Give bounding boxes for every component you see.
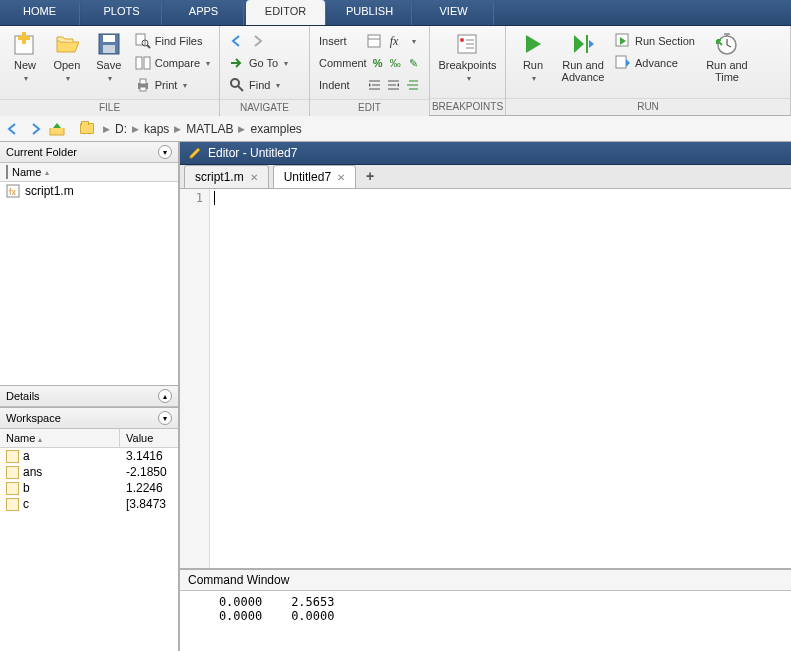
expand-icon[interactable]: ▴ <box>158 389 172 403</box>
group-label-edit: EDIT <box>310 99 429 116</box>
command-window-header: Command Window <box>180 568 791 591</box>
smart-indent-icon[interactable] <box>405 77 420 93</box>
chevron-right-icon[interactable]: ▶ <box>129 124 142 134</box>
wrap-comment-icon[interactable]: ✎ <box>406 55 420 71</box>
editor-tab[interactable]: Untitled7 ✕ <box>273 165 356 188</box>
run-advance-button[interactable]: Run and Advance <box>557 29 609 86</box>
search-icon <box>229 77 245 93</box>
forward-nav-icon[interactable] <box>26 120 44 138</box>
svg-rect-2 <box>18 36 30 40</box>
svg-rect-6 <box>136 34 145 45</box>
workspace-row[interactable]: a 3.1416 <box>0 448 178 464</box>
panel-title: Workspace <box>6 412 61 424</box>
workspace-header: Workspace ▾ <box>0 407 178 429</box>
find-button[interactable]: Find <box>225 74 304 96</box>
forward-icon <box>249 33 265 49</box>
editor-pencil-icon <box>188 146 202 160</box>
advance-icon <box>615 55 631 71</box>
folder-icon[interactable] <box>78 120 96 138</box>
panel-title: Current Folder <box>6 146 77 158</box>
editor-tab[interactable]: script1.m ✕ <box>184 165 269 188</box>
open-button[interactable]: Open <box>47 29 87 86</box>
comment-icon[interactable]: % <box>371 55 385 71</box>
ws-name-column[interactable]: Name ▴ <box>0 429 120 447</box>
crumb-2[interactable]: MATLAB <box>186 122 233 136</box>
crumb-3[interactable]: examples <box>250 122 301 136</box>
find-files-button[interactable]: Find Files <box>131 30 214 52</box>
file-name: script1.m <box>25 184 74 198</box>
tab-apps[interactable]: APPS <box>164 0 244 25</box>
advance-button[interactable]: Advance <box>611 52 699 74</box>
svg-point-28 <box>460 38 464 42</box>
svg-text:fx: fx <box>9 187 17 197</box>
insert-dropdown[interactable] <box>405 33 420 49</box>
new-button[interactable]: New <box>5 29 45 86</box>
ws-value-column[interactable]: Value <box>120 429 178 447</box>
crumb-1[interactable]: kaps <box>144 122 169 136</box>
close-icon[interactable]: ✕ <box>337 172 345 183</box>
print-button[interactable]: Print <box>131 74 214 96</box>
group-label-breakpoints: BREAKPOINTS <box>430 98 505 115</box>
crumb-drive[interactable]: D: <box>115 122 127 136</box>
mfile-icon: fx <box>6 184 20 198</box>
code-area[interactable] <box>210 189 791 568</box>
editor-tabs: script1.m ✕ Untitled7 ✕ + <box>180 165 791 189</box>
panel-menu-icon[interactable]: ▾ <box>158 411 172 425</box>
indent-icon[interactable] <box>368 77 383 93</box>
run-advance-icon <box>571 32 595 56</box>
chevron-right-icon[interactable]: ▶ <box>171 124 184 134</box>
tab-publish[interactable]: PUBLISH <box>328 0 412 25</box>
close-icon[interactable]: ✕ <box>250 172 258 183</box>
variable-icon <box>6 482 19 495</box>
workspace-row[interactable]: c [3.8473 <box>0 496 178 512</box>
chevron-right-icon[interactable]: ▶ <box>235 124 248 134</box>
uncomment-icon[interactable]: ‰ <box>388 55 402 71</box>
command-window-body[interactable]: 0.0000 2.5653 0.0000 0.0000 <box>180 591 791 651</box>
variable-icon <box>6 450 19 463</box>
breakpoints-button[interactable]: Breakpoints <box>435 29 500 86</box>
comment-row: Comment % ‰ ✎ <box>315 52 424 74</box>
workspace-row[interactable]: b 1.2246 <box>0 480 178 496</box>
save-button[interactable]: Save <box>89 29 129 86</box>
run-button[interactable]: Run <box>511 29 555 86</box>
ribbon: New Open Save Find Files Compare <box>0 26 791 116</box>
print-icon <box>135 77 151 93</box>
tab-home[interactable]: HOME <box>0 0 80 25</box>
new-tab-button[interactable]: + <box>356 164 384 188</box>
insert-section-icon[interactable] <box>367 33 383 49</box>
run-time-button[interactable]: Run and Time <box>701 29 753 86</box>
svg-rect-34 <box>616 56 626 68</box>
svg-rect-9 <box>136 57 142 69</box>
goto-button[interactable]: Go To <box>225 52 304 74</box>
tab-plots[interactable]: PLOTS <box>82 0 162 25</box>
tab-view[interactable]: VIEW <box>414 0 494 25</box>
up-folder-icon[interactable] <box>48 120 66 138</box>
svg-point-14 <box>231 79 239 87</box>
line-gutter: 1 <box>180 189 210 568</box>
fx-icon[interactable]: fx <box>387 33 402 49</box>
file-row[interactable]: fx script1.m <box>0 182 178 200</box>
nav-arrows[interactable] <box>225 30 304 52</box>
goto-icon <box>229 55 245 71</box>
find-files-icon <box>135 33 151 49</box>
editor-body[interactable]: 1 <box>180 189 791 568</box>
run-section-button[interactable]: Run Section <box>611 30 699 52</box>
svg-line-8 <box>147 45 150 48</box>
compare-button[interactable]: Compare <box>131 52 214 74</box>
insert-row[interactable]: Insert fx <box>315 30 424 52</box>
indent-row: Indent <box>315 74 424 96</box>
tab-editor[interactable]: EDITOR <box>246 0 326 25</box>
panel-title: Details <box>6 390 40 402</box>
back-nav-icon[interactable] <box>4 120 22 138</box>
outdent-icon[interactable] <box>386 77 401 93</box>
details-header[interactable]: Details ▴ <box>0 385 178 407</box>
panel-menu-icon[interactable]: ▾ <box>158 145 172 159</box>
chevron-right-icon[interactable]: ▶ <box>100 124 113 134</box>
workspace-row[interactable]: ans -2.1850 <box>0 464 178 480</box>
breakpoints-icon <box>456 32 480 56</box>
cf-name-column[interactable]: Name ▴ <box>0 163 178 181</box>
run-section-icon <box>615 33 631 49</box>
file-icon <box>6 166 8 178</box>
folder-open-icon <box>55 32 79 56</box>
group-label-file: FILE <box>0 99 219 116</box>
